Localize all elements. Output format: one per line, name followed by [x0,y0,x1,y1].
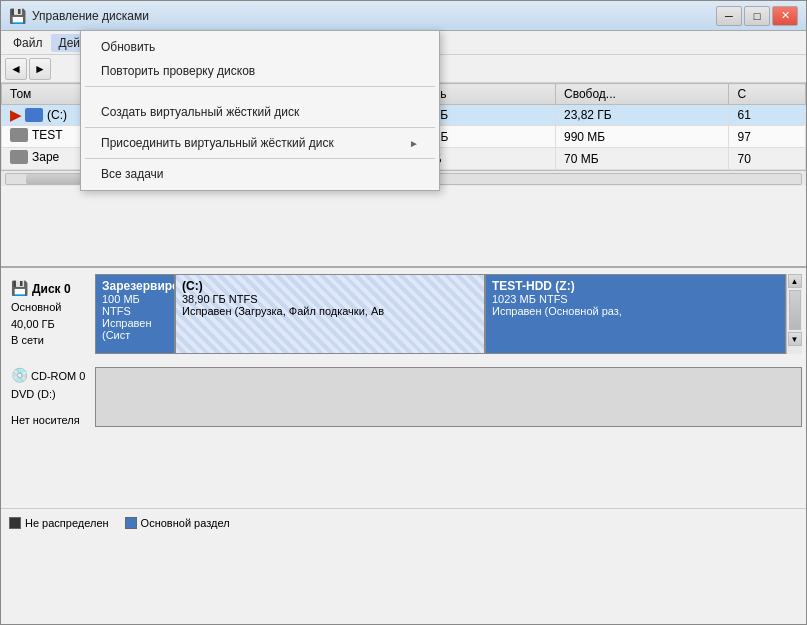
legend: Не распределен Основной раздел [1,508,806,536]
disk0-name: 💾 Диск 0 [11,278,89,299]
ctx-sep-3 [85,158,435,159]
cell-c: 70 [729,148,806,170]
legend-blue-box [125,517,137,529]
titlebar-left: 💾 Управление дисками [9,8,149,24]
ctx-sep-1 [85,86,435,87]
minimize-button[interactable]: ─ [716,6,742,26]
ctx-all-tasks[interactable]: Присоединить виртуальный жёсткий диск ► [81,131,439,155]
disk0-row: 💾 Диск 0 Основной 40,00 ГБ В сети Зарезе… [5,274,802,354]
disk0-partitions: Зарезервирова 100 МБ NTFS Исправен (Сист… [95,274,786,354]
context-menu: Обновить Повторить проверку дисков Созда… [80,30,440,191]
legend-primary: Основной раздел [125,517,230,529]
disk-drive-icon: 💾 [11,278,28,299]
col-c: C [729,84,806,105]
ctx-recheck[interactable]: Повторить проверку дисков [81,59,439,83]
titlebar-buttons: ─ □ ✕ [716,6,798,26]
vscroll-thumb[interactable] [789,290,801,330]
ctx-refresh[interactable]: Обновить [81,35,439,59]
cdrom0-row: 💿 CD-ROM 0 DVD (D:) Нет носителя [5,360,802,434]
partition-reserved[interactable]: Зарезервирова 100 МБ NTFS Исправен (Сист [96,275,176,353]
cell-c: 61 [729,105,806,126]
cdrom0-name: 💿 CD-ROM 0 [11,364,89,386]
ctx-help[interactable]: Все задачи [81,162,439,186]
cdrom0-label: 💿 CD-ROM 0 DVD (D:) Нет носителя [5,360,95,434]
vscroll-down[interactable]: ▼ [788,332,802,346]
ctx-sep-2 [85,127,435,128]
partition-c[interactable]: (C:) 38,90 ГБ NTFS Исправен (Загрузка, Ф… [176,275,486,353]
cell-c: 97 [729,126,806,148]
cell-free: 23,82 ГБ [555,105,729,126]
app-icon: 💾 [9,8,26,24]
cell-free: 70 МБ [555,148,729,170]
legend-black-box [9,517,21,529]
forward-button[interactable]: ► [29,58,51,80]
back-button[interactable]: ◄ [5,58,27,80]
partition-testhdd[interactable]: TEST-HDD (Z:) 1023 МБ NTFS Исправен (Осн… [486,275,785,353]
disk0-label: 💾 Диск 0 Основной 40,00 ГБ В сети [5,274,95,354]
cell-free: 990 МБ [555,126,729,148]
close-button[interactable]: ✕ [772,6,798,26]
vscroll-up[interactable]: ▲ [788,274,802,288]
main-window: 💾 Управление дисками ─ □ ✕ Файл Действие… [0,0,807,625]
maximize-button[interactable]: □ [744,6,770,26]
titlebar: 💾 Управление дисками ─ □ ✕ [1,1,806,31]
cdrom-icon: 💿 [11,367,28,383]
legend-unallocated: Не распределен [9,517,109,529]
col-free: Свобод... [555,84,729,105]
window-title: Управление дисками [32,9,149,23]
menu-file[interactable]: Файл [5,34,51,52]
vscroll: ▲ ▼ [786,274,802,354]
cdrom0-block [95,367,802,427]
ctx-attach-vhd[interactable]: Создать виртуальный жёсткий диск [81,100,439,124]
disk-visual-area: 💾 Диск 0 Основной 40,00 ГБ В сети Зарезе… [1,268,806,508]
ctx-create-vhd[interactable] [81,90,439,100]
ctx-arrow-icon: ► [409,138,419,149]
